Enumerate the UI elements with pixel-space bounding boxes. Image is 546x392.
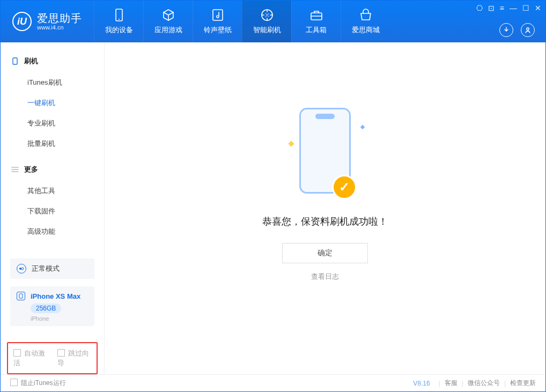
device-card[interactable]: iPhone XS Max 256GB iPhone	[10, 286, 94, 326]
main-content: ✓ 恭喜您，保资料刷机成功啦！ 确定 查看日志	[105, 42, 545, 374]
sidebar-group-head: 刷机	[1, 52, 104, 70]
nav-tab-apps[interactable]: 应用游戏	[143, 1, 193, 42]
device-type: iPhone	[31, 315, 88, 322]
app-name: 爱思助手	[37, 12, 82, 24]
sidebar-item[interactable]: 一键刷机	[1, 93, 104, 113]
device-mode[interactable]: 正常模式	[10, 258, 94, 279]
view-log-link[interactable]: 查看日志	[262, 272, 388, 282]
minimize-button[interactable]: —	[510, 4, 517, 12]
mode-icon	[17, 264, 26, 273]
sidebar-item[interactable]: 下载固件	[1, 201, 104, 221]
apps-icon	[161, 8, 175, 22]
device-capacity: 256GB	[31, 304, 61, 313]
block-itunes-checkbox[interactable]: 阻止iTunes运行	[10, 379, 66, 388]
device-name: iPhone XS Max	[31, 292, 80, 300]
sparkle-icon	[288, 140, 294, 146]
options-highlight: 自动激活 跳过向导	[7, 342, 98, 374]
footer-link-update[interactable]: 检查更新	[510, 379, 536, 388]
device-icon	[17, 292, 25, 300]
svg-rect-8	[19, 294, 23, 298]
svg-point-4	[527, 28, 529, 30]
status-bar: 阻止iTunes运行 V8.16 | 客服 | 微信公众号 | 检查更新	[1, 374, 545, 391]
logo-icon: iU	[12, 12, 32, 31]
svg-point-7	[21, 268, 24, 270]
svg-rect-5	[13, 58, 17, 64]
menu-icon[interactable]: ≡	[500, 4, 504, 12]
store-icon	[359, 8, 373, 22]
sidebar-item[interactable]: 高级功能	[1, 221, 104, 242]
footer-link-support[interactable]: 客服	[445, 379, 458, 388]
sparkle-icon	[360, 124, 365, 129]
footer-link-wechat[interactable]: 微信公众号	[468, 379, 500, 388]
check-icon: ✓	[332, 175, 357, 199]
svg-rect-2	[213, 10, 223, 20]
nav-label: 我的设备	[105, 25, 133, 35]
maximize-button[interactable]: ☐	[522, 4, 529, 12]
group-title: 刷机	[24, 56, 38, 66]
app-url: www.i4.cn	[37, 24, 82, 31]
phone-icon	[11, 57, 19, 65]
app-header: iU 爱思助手 www.i4.cn 我的设备应用游戏铃声壁纸智能刷机工具箱爱思商…	[1, 1, 545, 42]
user-icon[interactable]	[521, 23, 535, 37]
main-nav: 我的设备应用游戏铃声壁纸智能刷机工具箱爱思商城	[94, 1, 390, 42]
sidebar-group-head: 更多	[1, 160, 104, 179]
group-title: 更多	[24, 165, 38, 174]
nav-tab-store[interactable]: 爱思商城	[341, 1, 390, 42]
sidebar-item[interactable]: 专业刷机	[1, 113, 104, 134]
app-logo: iU 爱思助手 www.i4.cn	[1, 1, 94, 42]
phone-illustration: ✓	[299, 108, 351, 194]
nav-tab-toolbox[interactable]: 工具箱	[291, 1, 341, 42]
nav-tab-device[interactable]: 我的设备	[94, 1, 143, 42]
menu-icon	[11, 166, 19, 173]
nav-label: 爱思商城	[352, 25, 380, 35]
skip-guide-checkbox[interactable]: 跳过向导	[57, 349, 92, 368]
toolbox-icon	[309, 8, 323, 22]
success-message: 恭喜您，保资料刷机成功啦！	[262, 215, 388, 228]
mode-label: 正常模式	[32, 264, 60, 273]
svg-point-1	[119, 19, 120, 20]
feedback-icon[interactable]: ⊡	[488, 4, 495, 12]
window-controls: ⎔ ⊡ ≡ — ☐ ✕	[476, 4, 541, 12]
nav-tab-music[interactable]: 铃声壁纸	[193, 1, 242, 42]
tshirt-icon[interactable]: ⎔	[476, 4, 483, 12]
sidebar: 刷机iTunes刷机一键刷机专业刷机批量刷机更多其他工具下载固件高级功能 正常模…	[1, 42, 105, 374]
svg-point-6	[19, 268, 21, 270]
nav-label: 智能刷机	[253, 25, 281, 35]
download-icon[interactable]	[499, 23, 513, 37]
music-icon	[211, 8, 225, 22]
nav-label: 铃声壁纸	[204, 25, 232, 35]
auto-activate-checkbox[interactable]: 自动激活	[13, 349, 48, 368]
version-label: V8.16	[413, 380, 430, 387]
nav-tab-flash[interactable]: 智能刷机	[242, 1, 291, 42]
sidebar-item[interactable]: 批量刷机	[1, 134, 104, 154]
device-icon	[112, 8, 126, 22]
nav-label: 应用游戏	[154, 25, 182, 35]
nav-label: 工具箱	[306, 25, 327, 35]
sidebar-item[interactable]: iTunes刷机	[1, 72, 104, 93]
ok-button[interactable]: 确定	[282, 243, 368, 263]
flash-icon	[260, 8, 274, 22]
sidebar-item[interactable]: 其他工具	[1, 181, 104, 201]
success-panel: ✓ 恭喜您，保资料刷机成功啦！ 确定 查看日志	[262, 108, 388, 282]
close-button[interactable]: ✕	[535, 4, 541, 12]
